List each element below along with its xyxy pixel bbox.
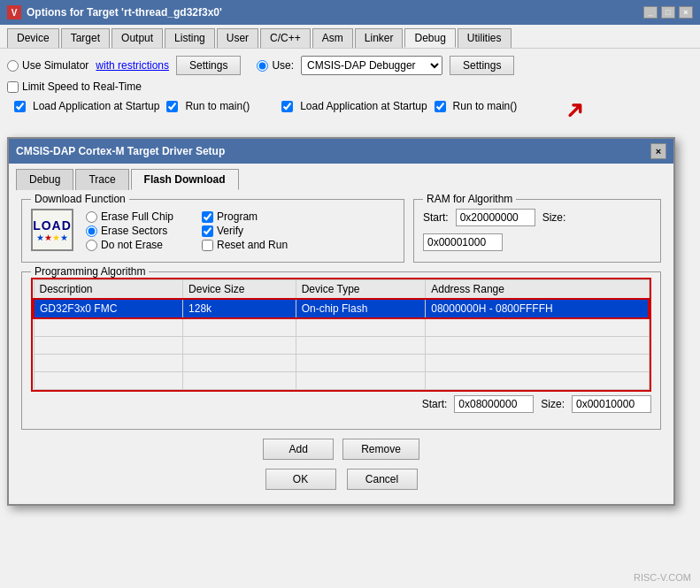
bg-tab-listing[interactable]: Listing — [165, 28, 215, 48]
bg-tab-device[interactable]: Device — [7, 28, 59, 48]
download-function-group: Download Function LOAD — [21, 199, 404, 263]
do-not-erase-radio[interactable] — [86, 240, 97, 251]
verify-label: Verify — [217, 225, 243, 237]
row-description: GD32F3x0 FMC — [34, 299, 183, 318]
debugger-settings-button[interactable]: Settings — [450, 56, 514, 75]
program-label: Program — [217, 210, 258, 223]
run-to-main2-checkbox[interactable] — [435, 101, 446, 112]
dialog-tab-bar: Debug Trace Flash Download — [9, 164, 673, 190]
bg-close-button[interactable]: × — [679, 6, 693, 19]
dialog-close-button[interactable]: × — [650, 143, 666, 159]
col-device-type: Device Type — [296, 280, 426, 300]
download-function-label: Download Function — [31, 193, 129, 205]
programming-algorithm-group: Programming Algorithm Description Device… — [21, 271, 661, 430]
bg-content-area: Use Simulator with restrictions Settings… — [0, 49, 700, 123]
erase-sectors-radio[interactable] — [86, 225, 97, 237]
algorithm-empty-row-1 — [34, 318, 649, 336]
debugger-select[interactable]: CMSIS-DAP Debugger — [301, 56, 442, 75]
bg-minimize-button[interactable]: _ — [643, 6, 658, 19]
algorithm-row-selected[interactable]: GD32F3x0 FMC 128k On-chip Flash 08000000… — [34, 299, 649, 318]
size-label-ram: Size: — [542, 211, 566, 224]
use-debugger-radio[interactable] — [257, 60, 268, 72]
erase-full-chip-label: Erase Full Chip — [101, 210, 173, 223]
erase-full-chip-radio[interactable] — [86, 211, 97, 223]
load-app2-label: Load Application at Startup — [300, 100, 427, 112]
watermark: RISC-V.COM — [634, 572, 691, 583]
verify-checkbox[interactable] — [202, 225, 213, 237]
tab-trace[interactable]: Trace — [75, 169, 128, 190]
bg-limit-speed-row: Limit Speed to Real-Time — [7, 80, 693, 93]
erase-sectors-label: Erase Sectors — [101, 225, 167, 237]
tab-debug[interactable]: Debug — [16, 169, 73, 190]
bg-tab-cpp[interactable]: C/C++ — [260, 28, 311, 48]
bg-simulator-radio: Use Simulator — [7, 59, 88, 72]
load-stars — [37, 234, 68, 241]
start-label-ram: Start: — [423, 211, 449, 224]
col-description: Description — [34, 280, 183, 300]
star-1 — [37, 234, 44, 241]
do-not-erase-option[interactable]: Do not Erase — [86, 239, 173, 251]
with-restrictions-link[interactable]: with restrictions — [96, 59, 169, 72]
bg-tab-target[interactable]: Target — [61, 28, 110, 48]
algorithm-empty-row-2 — [34, 336, 649, 354]
bg-title-bar: V Options for Target 'rt-thread_gd32f3x0… — [0, 0, 700, 25]
add-remove-row: Add Remove — [21, 439, 661, 460]
reset-run-checkbox-item[interactable]: Reset and Run — [202, 239, 288, 251]
bg-tab-utilities[interactable]: Utilities — [458, 28, 512, 48]
size-label-prog: Size: — [541, 398, 565, 410]
bg-maximize-button[interactable]: □ — [661, 6, 675, 19]
main-dialog: CMSIS-DAP Cortex-M Target Driver Setup ×… — [7, 137, 675, 506]
ram-algorithm-label: RAM for Algorithm — [423, 193, 516, 205]
load-app2-checkbox[interactable] — [281, 101, 293, 112]
bg-title-text: Options for Target 'rt-thread_gd32f3x0' — [27, 6, 222, 19]
bg-tab-output[interactable]: Output — [112, 28, 163, 48]
run-to-main-checkbox[interactable] — [166, 101, 178, 112]
algorithm-table: Description Device Size Device Type Addr… — [33, 279, 650, 390]
erase-sectors-option[interactable]: Erase Sectors — [86, 225, 173, 237]
simulator-settings-button[interactable]: Settings — [176, 56, 241, 75]
bg-tab-debug[interactable]: Debug — [404, 28, 455, 48]
ok-button[interactable]: OK — [265, 469, 336, 490]
add-button[interactable]: Add — [263, 439, 334, 460]
verify-checkbox-item[interactable]: Verify — [202, 225, 288, 237]
use-simulator-label: Use Simulator — [22, 59, 88, 72]
start-input-prog[interactable] — [454, 395, 534, 413]
ram-algorithm-group: RAM for Algorithm Start: Size: — [413, 199, 661, 263]
download-func-content: LOAD Erase Full Chip — [31, 209, 395, 253]
program-checkbox[interactable] — [202, 211, 213, 223]
dialog-title-bar: CMSIS-DAP Cortex-M Target Driver Setup × — [9, 139, 673, 164]
load-app-checkbox[interactable] — [14, 101, 26, 112]
erase-full-chip-option[interactable]: Erase Full Chip — [86, 210, 173, 223]
row-device-type: On-chip Flash — [296, 299, 426, 318]
remove-button[interactable]: Remove — [342, 439, 419, 460]
erase-radio-options: Erase Full Chip Erase Sectors Do not Era… — [86, 210, 173, 251]
reset-run-label: Reset and Run — [217, 239, 288, 251]
dialog-title: CMSIS-DAP Cortex-M Target Driver Setup — [16, 145, 225, 157]
bg-simulator-row: Use Simulator with restrictions Settings… — [7, 56, 693, 75]
run-to-main2-label: Run to main() — [453, 100, 518, 112]
tab-flash-download[interactable]: Flash Download — [131, 169, 239, 190]
algorithm-empty-row-3 — [34, 354, 649, 371]
size-input-ram[interactable] — [423, 233, 503, 251]
top-groups-row: Download Function LOAD — [21, 199, 661, 271]
use-debugger-radio-group: Use: — [257, 59, 294, 72]
use-label: Use: — [272, 59, 294, 72]
run-to-main-label: Run to main() — [185, 100, 250, 112]
limit-speed-checkbox[interactable] — [7, 81, 19, 93]
start-input-ram[interactable] — [456, 209, 535, 226]
programming-algorithm-label: Programming Algorithm — [31, 265, 149, 278]
size-input-prog[interactable] — [572, 395, 651, 413]
ok-cancel-row: OK Cancel — [21, 469, 661, 495]
algorithm-empty-row-4 — [34, 371, 649, 389]
cancel-button[interactable]: Cancel — [347, 469, 418, 490]
bg-tab-linker[interactable]: Linker — [355, 28, 404, 48]
row-device-size: 128k — [183, 299, 296, 318]
use-simulator-radio[interactable] — [7, 60, 19, 72]
star-4 — [61, 234, 68, 241]
limit-speed-label: Limit Speed to Real-Time — [22, 80, 142, 93]
reset-run-checkbox[interactable] — [202, 240, 213, 251]
program-checkbox-item[interactable]: Program — [202, 210, 288, 223]
row-address-range: 08000000H - 0800FFFFH — [426, 299, 649, 318]
bg-tab-user[interactable]: User — [217, 28, 258, 48]
bg-tab-asm[interactable]: Asm — [312, 28, 353, 48]
